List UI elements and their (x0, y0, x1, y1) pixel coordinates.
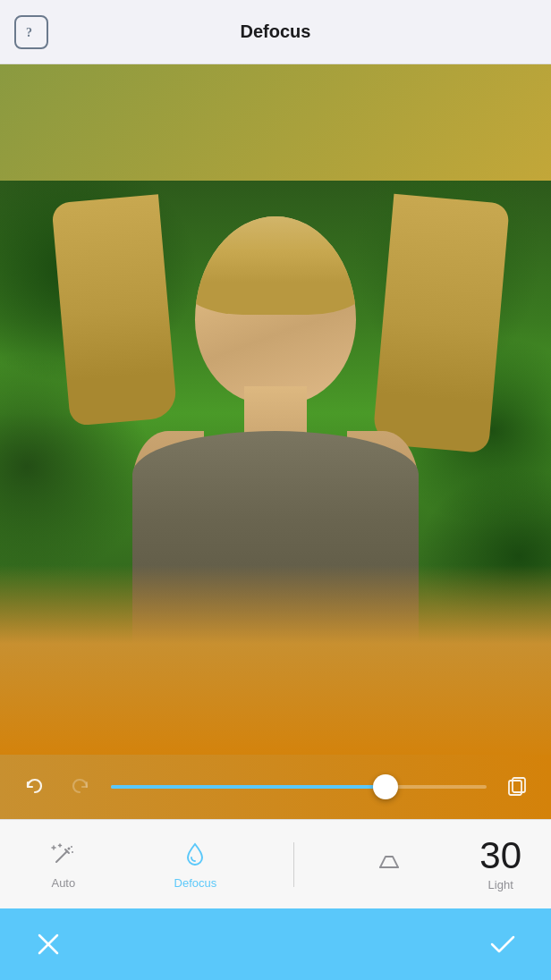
redo-button[interactable] (64, 771, 97, 803)
svg-line-3 (56, 851, 67, 862)
bottom-bar (0, 908, 551, 980)
undo-button[interactable] (18, 771, 50, 803)
svg-point-6 (72, 851, 73, 853)
hair-right (372, 194, 510, 453)
confirm-button[interactable] (483, 925, 522, 964)
defocus-label: Defocus (174, 876, 217, 890)
toolbar-area (0, 755, 551, 819)
cancel-button[interactable] (29, 925, 68, 964)
defocus-icon (179, 839, 211, 871)
eraser-icon (371, 846, 403, 878)
svg-text:?: ? (26, 26, 32, 39)
copy-button[interactable] (501, 771, 533, 803)
slider-track (111, 785, 487, 789)
tool-divider (293, 842, 294, 887)
svg-point-7 (71, 846, 72, 848)
person-head (195, 216, 356, 404)
hair-left (51, 194, 177, 427)
help-button[interactable]: ? (14, 15, 48, 49)
header: ? Defocus (0, 0, 551, 64)
value-label: Light (488, 878, 513, 891)
auto-label: Auto (51, 876, 75, 890)
auto-icon (47, 839, 80, 871)
page-title: Defocus (241, 21, 311, 42)
gradient-bottom (0, 565, 551, 762)
hair-top (195, 216, 356, 315)
tool-auto[interactable]: Auto (30, 832, 97, 897)
slider-thumb[interactable] (373, 774, 398, 799)
svg-point-5 (67, 848, 70, 850)
tool-defocus[interactable]: Defocus (157, 832, 235, 897)
slider-container[interactable] (111, 771, 487, 803)
image-area (0, 64, 551, 762)
slider-fill (111, 785, 386, 789)
tools-panel: Auto Defocus 30 Light (0, 819, 551, 908)
value-number: 30 (479, 837, 521, 874)
value-display: 30 Light (479, 837, 521, 891)
tool-light-erase[interactable] (353, 839, 421, 891)
